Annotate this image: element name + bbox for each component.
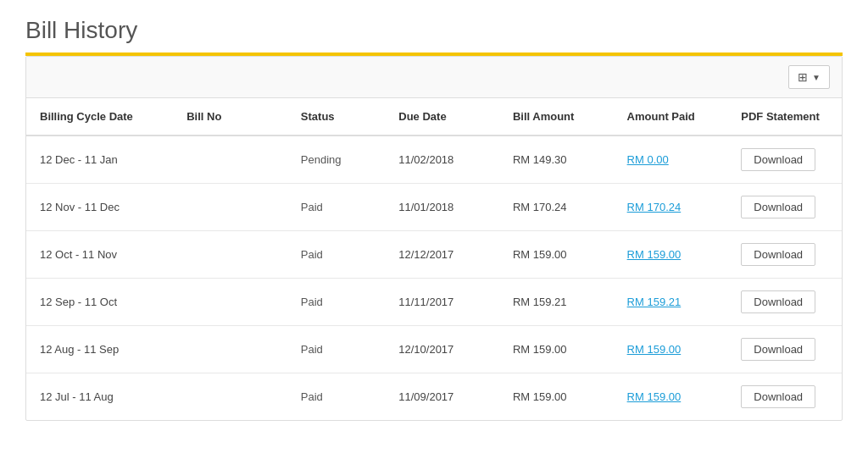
amount-paid-link[interactable]: RM 170.24 <box>627 201 682 213</box>
cell-status: Paid <box>287 231 385 279</box>
cell-billing-cycle: 12 Oct - 11 Nov <box>26 231 173 279</box>
cell-status: Paid <box>287 373 385 421</box>
download-button[interactable]: Download <box>741 148 815 171</box>
cell-bill-amount: RM 159.21 <box>499 279 614 326</box>
amount-paid-link[interactable]: RM 159.00 <box>627 390 682 403</box>
cell-bill-amount: RM 159.00 <box>499 231 614 279</box>
cell-billing-cycle: 12 Nov - 11 Dec <box>26 184 173 231</box>
cell-status: Paid <box>287 326 385 373</box>
cell-bill-no <box>173 373 287 421</box>
cell-amount-paid: RM 159.00 <box>614 326 728 373</box>
cell-bill-no <box>173 231 287 279</box>
cell-billing-cycle: 12 Jul - 11 Aug <box>26 373 173 421</box>
cell-due-date: 12/12/2017 <box>385 231 499 279</box>
col-header-amount-paid: Amount Paid <box>614 98 728 135</box>
amount-paid-link[interactable]: RM 0.00 <box>627 153 669 166</box>
cell-amount-paid: RM 159.00 <box>614 373 728 421</box>
table-row: 12 Nov - 11 Dec Paid 11/01/2018 RM 170.2… <box>26 184 842 231</box>
bill-history-table: Billing Cycle Date Bill No Status Due Da… <box>26 98 842 420</box>
download-button[interactable]: Download <box>741 385 815 408</box>
cell-bill-no <box>173 135 287 184</box>
cell-bill-amount: RM 159.00 <box>499 373 614 421</box>
amount-paid-link[interactable]: RM 159.21 <box>627 296 682 308</box>
table-row: 12 Aug - 11 Sep Paid 12/10/2017 RM 159.0… <box>26 326 842 373</box>
col-header-due-date: Due Date <box>385 98 499 135</box>
col-header-bill-amount: Bill Amount <box>499 98 614 135</box>
cell-status: Paid <box>287 279 385 326</box>
cell-bill-amount: RM 159.00 <box>499 326 614 373</box>
cell-status: Pending <box>287 135 385 184</box>
table-header-row: Billing Cycle Date Bill No Status Due Da… <box>26 98 842 135</box>
col-header-status: Status <box>287 98 385 135</box>
chevron-down-icon: ▼ <box>812 73 821 82</box>
download-button[interactable]: Download <box>741 243 815 266</box>
bill-history-card: ⊞ ▼ Billing Cycle Date Bill No Status Du… <box>25 56 843 421</box>
cell-billing-cycle: 12 Dec - 11 Jan <box>26 135 173 184</box>
cell-status: Paid <box>287 184 385 231</box>
cell-pdf-statement: Download <box>727 231 842 279</box>
table-row: 12 Jul - 11 Aug Paid 11/09/2017 RM 159.0… <box>26 373 842 421</box>
amount-paid-link[interactable]: RM 159.00 <box>627 343 682 356</box>
cell-amount-paid: RM 170.24 <box>614 184 728 231</box>
cell-amount-paid: RM 0.00 <box>614 135 728 184</box>
download-button[interactable]: Download <box>741 290 815 313</box>
cell-bill-amount: RM 149.30 <box>499 135 614 184</box>
table-row: 12 Dec - 11 Jan Pending 11/02/2018 RM 14… <box>26 135 842 184</box>
cell-bill-no <box>173 326 287 373</box>
cell-bill-amount: RM 170.24 <box>499 184 614 231</box>
cell-due-date: 11/01/2018 <box>385 184 499 231</box>
cell-amount-paid: RM 159.21 <box>614 279 728 326</box>
cell-pdf-statement: Download <box>727 279 842 326</box>
col-header-billing-cycle: Billing Cycle Date <box>26 98 173 135</box>
table-row: 12 Sep - 11 Oct Paid 11/11/2017 RM 159.2… <box>26 279 842 326</box>
cell-pdf-statement: Download <box>727 184 842 231</box>
download-button[interactable]: Download <box>741 338 815 361</box>
cell-due-date: 11/09/2017 <box>385 373 499 421</box>
cell-billing-cycle: 12 Aug - 11 Sep <box>26 326 173 373</box>
cell-due-date: 12/10/2017 <box>385 326 499 373</box>
table-row: 12 Oct - 11 Nov Paid 12/12/2017 RM 159.0… <box>26 231 842 279</box>
download-button[interactable]: Download <box>741 196 815 218</box>
col-header-pdf-statement: PDF Statement <box>727 98 842 135</box>
amount-paid-link[interactable]: RM 159.00 <box>627 248 682 261</box>
cell-billing-cycle: 12 Sep - 11 Oct <box>26 279 173 326</box>
cell-bill-no <box>173 279 287 326</box>
cell-bill-no <box>173 184 287 231</box>
cell-due-date: 11/02/2018 <box>385 135 499 184</box>
page-title: Bill History <box>25 17 843 44</box>
col-header-bill-no: Bill No <box>173 98 287 135</box>
cell-pdf-statement: Download <box>727 135 842 184</box>
columns-toggle-button[interactable]: ⊞ ▼ <box>788 65 830 89</box>
cell-pdf-statement: Download <box>727 326 842 373</box>
cell-pdf-statement: Download <box>727 373 842 421</box>
cell-amount-paid: RM 159.00 <box>614 231 728 279</box>
columns-icon: ⊞ <box>798 70 808 84</box>
cell-due-date: 11/11/2017 <box>385 279 499 326</box>
card-toolbar: ⊞ ▼ <box>26 57 842 98</box>
